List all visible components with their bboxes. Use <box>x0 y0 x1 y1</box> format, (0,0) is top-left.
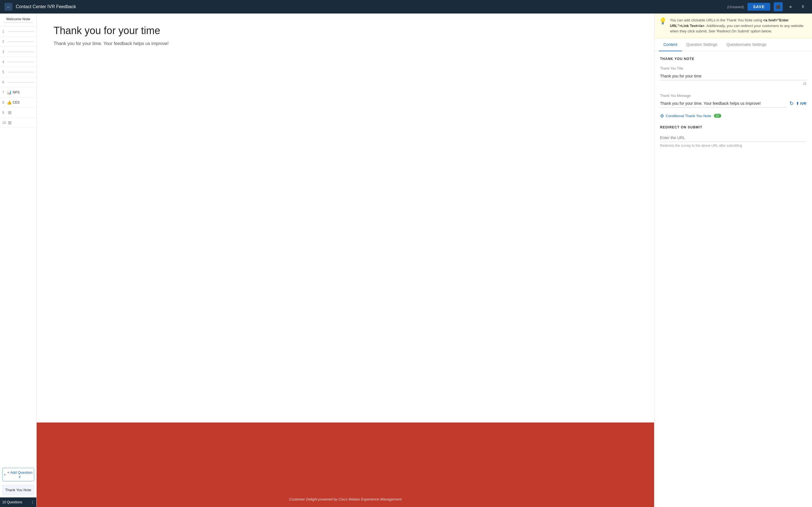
conditional-thank-you-link[interactable]: ⚙ Conditional Thank You Note 57 <box>660 113 806 119</box>
sidebar-welcome-note[interactable]: Welcome Note <box>0 13 36 26</box>
sidebar-item-3[interactable]: 3 <box>0 47 36 57</box>
preview-title: Thank you for your time <box>54 25 637 37</box>
row-num-1: 1 <box>2 30 7 34</box>
info-banner-text: You can add clickable URLs in the Thank … <box>670 17 808 34</box>
right-panel: 💡 You can add clickable URLs in the Than… <box>654 13 812 507</box>
question-count: 10 Questions <box>2 500 22 504</box>
info-banner: 💡 You can add clickable URLs in the Than… <box>654 13 812 38</box>
preview-footer: Customer Delight powered by Cisco Webex … <box>37 422 654 507</box>
menu-button[interactable]: ≡ <box>786 2 795 11</box>
row-num-5: 5 <box>2 70 7 74</box>
row-num-6: 6 <box>2 80 7 84</box>
add-question-label: + Add Question ∨ <box>7 470 33 479</box>
back-icon: ← <box>6 5 10 9</box>
row-line-2 <box>8 41 34 42</box>
title-char-count: 23 <box>803 82 806 86</box>
sidebar-item-2[interactable]: 2 <box>0 37 36 47</box>
sidebar-item-nps[interactable]: 7 📊 NPS <box>0 87 36 98</box>
row-num-4: 4 <box>2 60 7 64</box>
row-num-10: 10 <box>2 121 7 125</box>
monitor-button[interactable]: ⬛ <box>774 2 783 11</box>
ivr-label: IVR <box>800 101 806 106</box>
tab-question-settings[interactable]: Question Settings <box>682 38 722 51</box>
row-num-8: 8 <box>2 101 7 105</box>
ivr-badge[interactable]: ⬆ IVR <box>796 101 806 106</box>
sidebar-item-9[interactable]: 9 ⊞ <box>0 108 36 118</box>
back-button[interactable]: ← <box>4 3 12 11</box>
sidebar-item-4[interactable]: 4 <box>0 57 36 67</box>
ces-icon: 👍 <box>7 100 11 105</box>
tree-icon: ⠿ <box>802 5 804 9</box>
save-button[interactable]: SAVE <box>748 3 770 11</box>
footer-menu-icon[interactable]: ⋮ <box>31 500 34 504</box>
thank-you-label: Thank You Note <box>5 488 31 492</box>
message-row: ↻ ⬆ IVR <box>660 100 806 108</box>
info-text-before: You can add clickable URLs in the Thank … <box>670 18 763 22</box>
redirect-section-title: REDIRECT ON SUBMIT <box>660 125 806 129</box>
row-line-5 <box>8 72 34 72</box>
row-9-icon: ⊞ <box>8 110 11 115</box>
redirect-section: REDIRECT ON SUBMIT Redirects the survey … <box>660 125 806 148</box>
sidebar: Welcome Note 1 2 3 4 <box>0 13 37 507</box>
tab-content[interactable]: Content <box>659 38 682 51</box>
panel-tabs: Content Question Settings Questionnaire … <box>654 38 812 51</box>
preview-area: Thank you for your time Thank you for yo… <box>37 13 654 507</box>
panel-body: THANK YOU NOTE Thank You Title 23 Thank … <box>654 51 812 153</box>
thank-you-message-field-group: Thank You Message ↻ ⬆ IVR <box>660 94 806 108</box>
unsaved-label: (Unsaved) <box>727 5 744 9</box>
conditional-badge: 57 <box>714 114 721 118</box>
nps-icon: 📊 <box>7 90 11 95</box>
row-line-3 <box>8 52 34 52</box>
sidebar-footer: 10 Questions ⋮ <box>0 497 36 507</box>
app-header: ← Contact Center IVR Feedback (Unsaved) … <box>0 0 812 13</box>
preview-footer-text: Customer Delight powered by Cisco Webex … <box>289 497 402 501</box>
sidebar-thank-you-note[interactable]: Thank You Note <box>2 485 34 495</box>
add-question-button[interactable]: + + Add Question ∨ <box>2 468 34 482</box>
thank-you-message-input[interactable] <box>660 100 787 108</box>
row-num-7: 7 <box>2 91 7 94</box>
upload-icon: ⬆ <box>796 101 799 106</box>
sidebar-questions: 1 2 3 4 5 <box>0 26 36 466</box>
thank-you-title-input[interactable] <box>660 72 806 80</box>
row-line-4 <box>8 62 34 62</box>
sidebar-item-ces[interactable]: 8 👍 CES <box>0 98 36 108</box>
row-num-2: 2 <box>2 40 7 44</box>
sidebar-item-10[interactable]: 10 ⊞ <box>0 118 36 128</box>
sidebar-item-1[interactable]: 1 <box>0 26 36 37</box>
preview-content: Thank you for your time Thank you for yo… <box>37 13 654 422</box>
message-field-label: Thank You Message <box>660 94 806 98</box>
tab-questionnaire-settings[interactable]: Questionnaire Settings <box>722 38 771 51</box>
row-line-6 <box>8 82 34 82</box>
title-field-label: Thank You Title <box>660 66 806 70</box>
preview-subtitle: Thank you for your time. Your feedback h… <box>54 41 637 46</box>
page-title: Contact Center IVR Feedback <box>16 4 723 9</box>
gear-icon: ⚙ <box>660 113 664 119</box>
sidebar-item-5[interactable]: 5 <box>0 67 36 77</box>
ces-label: CES <box>13 101 20 105</box>
row-num-9: 9 <box>2 111 7 115</box>
row-num-3: 3 <box>2 50 7 54</box>
row-10-icon: ⊞ <box>8 120 11 125</box>
main-layout: Welcome Note 1 2 3 4 <box>0 0 812 507</box>
welcome-label: Welcome Note <box>2 17 34 21</box>
thank-you-note-section-title: THANK YOU NOTE <box>660 57 806 61</box>
redirect-url-input[interactable] <box>660 134 806 142</box>
tree-button[interactable]: ⠿ <box>799 2 808 11</box>
welcome-divider <box>3 22 33 23</box>
thank-you-title-field-group: Thank You Title 23 <box>660 66 806 80</box>
sidebar-item-6[interactable]: 6 <box>0 77 36 87</box>
refresh-icon-button[interactable]: ↻ <box>790 100 794 107</box>
row-line-1 <box>8 31 34 32</box>
refresh-icon: ↻ <box>790 101 794 106</box>
redirect-help-text: Redirects the survey to the above URL af… <box>660 144 806 148</box>
conditional-link-label: Conditional Thank You Note <box>666 114 711 118</box>
menu-icon: ≡ <box>790 5 792 9</box>
monitor-icon: ⬛ <box>776 5 781 9</box>
bulb-icon: 💡 <box>659 17 666 25</box>
nps-label: NPS <box>13 91 20 94</box>
add-question-plus: + <box>4 473 6 477</box>
